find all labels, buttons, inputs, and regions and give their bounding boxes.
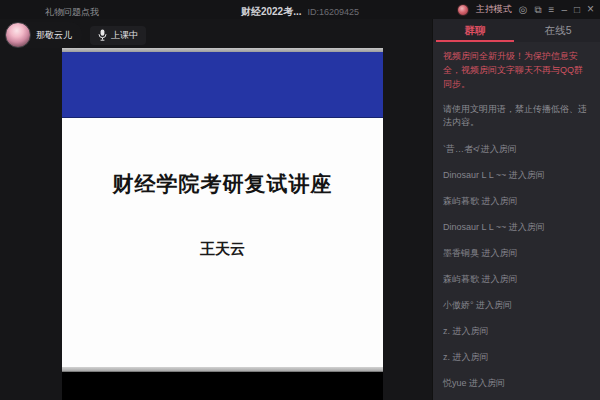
- chat-message: 墨香铜臭 进入房间: [443, 247, 590, 260]
- shared-screen: 财经学院考研复试讲座 王天云: [62, 48, 383, 400]
- streamer-avatar[interactable]: [5, 22, 31, 48]
- class-status-pill: 上课中: [90, 26, 146, 45]
- sidebar-tabs: 群聊 在线5: [433, 19, 600, 42]
- app-window: 礼物问题点我 财经2022考...ID:16209425 主持模式 ◎ ⧉ ≡ …: [0, 0, 600, 400]
- titlebar-left: 礼物问题点我: [0, 1, 160, 19]
- room-title: 财经2022考...: [241, 6, 302, 17]
- slide-body: 财经学院考研复试讲座 王天云: [62, 118, 383, 367]
- chat-rules-notice: 请使用文明用语，禁止传播低俗、违法内容。: [443, 103, 590, 130]
- chat-message: z. 进入房间: [443, 351, 590, 364]
- chat-message-area[interactable]: 视频房间全新升级！为保护信息安全，视频房间文字聊天不再与QQ群同步。 请使用文明…: [433, 42, 600, 400]
- video-stage: 那敬云儿 上课中 财经学院考研复试讲座 王天云: [0, 19, 432, 400]
- chat-message: `昔…者≮ 进入房间: [443, 143, 590, 156]
- streamer-name: 那敬云儿: [36, 29, 72, 42]
- system-upgrade-notice: 视频房间全新升级！为保护信息安全，视频房间文字聊天不再与QQ群同步。: [443, 50, 590, 92]
- settings-icon[interactable]: ◎: [519, 0, 528, 19]
- slide-speaker: 王天云: [62, 240, 383, 259]
- host-mode-label[interactable]: 主持模式: [476, 3, 512, 16]
- microphone-icon: [98, 29, 107, 41]
- minimize-button[interactable]: –: [561, 0, 567, 19]
- chat-message: 森屿暮歌 进入房间: [443, 195, 590, 208]
- class-status-label: 上课中: [111, 29, 138, 42]
- close-button[interactable]: ×: [587, 0, 594, 19]
- chat-message: 小傲娇° 进入房间: [443, 299, 590, 312]
- chat-message: Dinosaur L L ~~ 进入房间: [443, 169, 590, 182]
- titlebar-right: 主持模式 ◎ ⧉ ≡ – □ ×: [457, 0, 594, 19]
- main-area: 那敬云儿 上课中 财经学院考研复试讲座 王天云: [0, 19, 600, 400]
- menu-icon[interactable]: ≡: [549, 0, 555, 19]
- streamer-pill[interactable]: 那敬云儿: [5, 22, 82, 48]
- screen-black-area: [62, 372, 383, 400]
- slide-header-band: [62, 52, 383, 118]
- stage-overlay: 那敬云儿 上课中: [5, 22, 146, 48]
- tab-online-members[interactable]: 在线5: [517, 19, 600, 42]
- tab-group-chat[interactable]: 群聊: [433, 19, 517, 42]
- chat-message: 悦yue 进入房间: [443, 377, 590, 390]
- chat-message: 森屿暮歌 进入房间: [443, 273, 590, 286]
- titlebar: 礼物问题点我 财经2022考...ID:16209425 主持模式 ◎ ⧉ ≡ …: [0, 0, 600, 19]
- chat-messages: `昔…者≮ 进入房间Dinosaur L L ~~ 进入房间森屿暮歌 进入房间D…: [443, 143, 590, 400]
- slide-title: 财经学院考研复试讲座: [62, 170, 383, 198]
- host-avatar[interactable]: [457, 4, 469, 16]
- chat-message: z. 进入房间: [443, 325, 590, 338]
- popup-window-icon[interactable]: ⧉: [534, 0, 541, 19]
- maximize-button[interactable]: □: [574, 0, 580, 19]
- chat-message: Dinosaur L L ~~ 进入房间: [443, 221, 590, 234]
- gift-help-link[interactable]: 礼物问题点我: [45, 7, 99, 17]
- room-id: ID:16209425: [308, 7, 360, 17]
- chat-sidebar: 群聊 在线5 视频房间全新升级！为保护信息安全，视频房间文字聊天不再与QQ群同步…: [432, 19, 600, 400]
